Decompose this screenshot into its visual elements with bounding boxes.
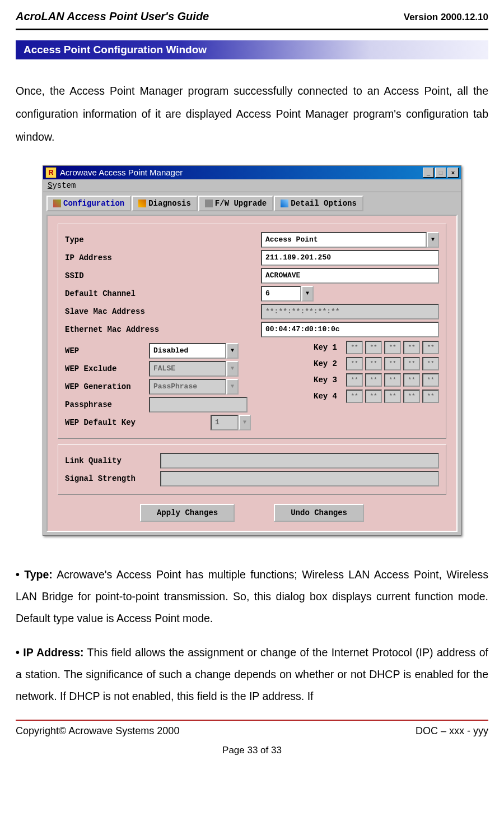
wep-keys-grid: Key 1********** Key 2********** Key 3***… — [314, 341, 439, 433]
apply-button[interactable]: Apply Changes — [140, 504, 235, 522]
ssid-input[interactable]: ACROWAVE — [261, 268, 439, 284]
titlebar: R Acrowave Access Point Manager _ □ × — [43, 166, 461, 179]
label-ip: IP Address — [65, 253, 183, 262]
wep-def-key-select: 1 — [211, 415, 239, 430]
slave-mac-input: **:**:**:**:**:** — [261, 304, 439, 319]
configuration-icon — [53, 200, 61, 207]
link-quality-bar — [160, 453, 439, 469]
section-banner: Access Point Configuration Window — [16, 40, 488, 59]
footer-rule — [16, 720, 488, 721]
bullet-type: • Type: Acrowave's Access Point has mult… — [16, 564, 488, 629]
doc-version: Version 2000.12.10 — [404, 12, 488, 23]
channel-select[interactable]: 6 — [261, 286, 301, 302]
label-ssid: SSID — [65, 271, 183, 280]
label-type: Type — [65, 235, 183, 244]
diagnosis-icon — [138, 200, 146, 207]
label-channel: Default Channel — [65, 289, 183, 298]
chevron-down-icon[interactable]: ▼ — [301, 286, 314, 302]
signal-strength-bar — [160, 471, 439, 486]
wep-exclude-select: FALSE — [149, 361, 226, 377]
label-key1: Key 1 — [314, 343, 344, 352]
label-passphrase: Passphrase — [65, 400, 149, 409]
ip-input[interactable]: 211.189.201.250 — [261, 250, 439, 266]
label-signal-strength: Signal Strength — [65, 474, 160, 483]
label-wep-exclude: WEP Exclude — [65, 364, 149, 373]
minimize-button[interactable]: _ — [423, 168, 434, 178]
intro-paragraph: Once, the Access Point Manager program s… — [16, 80, 488, 149]
tab-configuration[interactable]: Configuration — [46, 196, 131, 211]
chevron-down-icon[interactable]: ▼ — [427, 232, 439, 248]
type-select[interactable]: Access Point — [261, 232, 427, 248]
app-window: R Acrowave Access Point Manager _ □ × SS… — [43, 165, 461, 536]
detail-options-icon — [281, 200, 288, 207]
menu-system[interactable]: SSystemystem — [48, 181, 76, 190]
tab-diagnosis[interactable]: Diagnosis — [132, 196, 198, 211]
key1-cell: ** — [346, 341, 363, 354]
page-number: Page 33 of 33 — [16, 745, 488, 756]
tabs-row: Configuration Diagnosis F/W Upgrade Deta… — [43, 192, 461, 211]
label-wep-def-key: WEP Default Key — [65, 418, 149, 427]
header-rule — [16, 29, 488, 30]
chevron-down-icon[interactable]: ▼ — [226, 343, 239, 359]
doc-title: AcroLAN Access Point User's Guide — [16, 10, 209, 23]
doc-id: DOC – xxx - yyy — [416, 725, 488, 737]
chevron-down-icon: ▼ — [226, 361, 239, 377]
copyright: Copyright© Acrowave Systems 2000 — [16, 725, 179, 737]
main-group: Type Access Point▼ IP Address 211.189.20… — [58, 224, 446, 439]
app-icon: R — [45, 167, 57, 178]
label-key3: Key 3 — [314, 376, 344, 384]
undo-button[interactable]: Undo Changes — [274, 504, 364, 522]
firmware-icon — [205, 200, 213, 207]
bullet-ip: • IP Address: This field allows the assi… — [16, 642, 488, 707]
label-wep-gen: WEP Generation — [65, 382, 149, 391]
titlebar-text: Acrowave Access Point Manager — [60, 168, 423, 177]
passphrase-input — [149, 397, 248, 412]
tab-detail-options[interactable]: Detail Options — [274, 196, 363, 211]
wep-select[interactable]: Disabled — [149, 343, 226, 359]
label-key4: Key 4 — [314, 392, 344, 401]
status-group: Link Quality Signal Strength — [58, 444, 446, 495]
config-panel: Type Access Point▼ IP Address 211.189.20… — [46, 215, 458, 532]
chevron-down-icon: ▼ — [226, 379, 239, 395]
label-wep: WEP — [65, 346, 149, 355]
wep-gen-select: PassPhrase — [149, 379, 226, 395]
close-button[interactable]: × — [447, 168, 459, 178]
label-slave-mac: Slave Mac Address — [65, 307, 183, 316]
menubar: SSystemystem — [43, 179, 461, 192]
chevron-down-icon: ▼ — [239, 415, 251, 430]
label-link-quality: Link Quality — [65, 456, 160, 465]
maximize-button[interactable]: □ — [435, 168, 446, 178]
eth-mac-input: 00:04:47:d0:10:0c — [261, 322, 439, 337]
tab-fw-upgrade[interactable]: F/W Upgrade — [198, 196, 273, 211]
label-key2: Key 2 — [314, 359, 344, 368]
label-eth-mac: Ethernet Mac Address — [65, 325, 183, 334]
